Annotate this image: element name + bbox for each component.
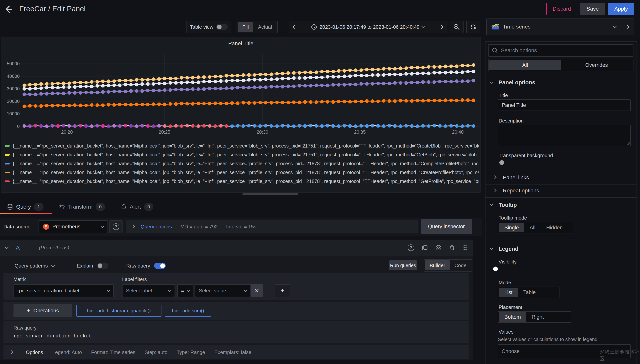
add-operation-button[interactable]: +Operations xyxy=(14,304,72,317)
tab-alert-label: Alert xyxy=(130,204,141,210)
raw-query-text: rpc_server_duration_bucket xyxy=(14,333,92,339)
svg-text:30000: 30000 xyxy=(7,86,20,91)
explain-switch[interactable] xyxy=(97,263,108,269)
actual-option[interactable]: Actual xyxy=(253,22,276,32)
datasource-name: Prometheus xyxy=(52,224,98,230)
query-row-header[interactable]: A (Prometheus) ? xyxy=(0,240,473,256)
code-option[interactable]: Code xyxy=(450,260,471,270)
fill-option[interactable]: Fill xyxy=(238,22,253,32)
expand-picker-button[interactable] xyxy=(621,19,634,35)
query-inspector-button[interactable]: Query inspector xyxy=(421,219,472,234)
tooltip-hidden[interactable]: Hidden xyxy=(541,223,568,232)
svg-text:10000: 10000 xyxy=(7,111,20,116)
raw-query-switch[interactable] xyxy=(154,263,166,269)
svg-text:20:30: 20:30 xyxy=(256,130,268,134)
copy-icon[interactable] xyxy=(422,245,428,250)
chevron-down-icon xyxy=(244,288,248,292)
refresh-button[interactable] xyxy=(466,21,480,33)
prometheus-icon xyxy=(43,224,49,230)
datasource-select[interactable]: Prometheus xyxy=(38,220,108,233)
query-ref-id: A xyxy=(16,244,20,251)
table-view-switch[interactable] xyxy=(216,24,228,30)
back-arrow-icon[interactable] xyxy=(3,4,13,14)
placement-right[interactable]: Right xyxy=(526,312,549,322)
help-icon[interactable]: ? xyxy=(408,244,414,251)
chevron-down-icon xyxy=(5,245,9,249)
chevron-down-icon xyxy=(106,288,110,292)
tooltip-all[interactable]: All xyxy=(524,223,541,232)
description-label: Description xyxy=(498,118,524,124)
description-textarea[interactable] xyxy=(498,125,631,146)
hint-sum-button[interactable]: hint: add sum() xyxy=(165,305,211,316)
placement-bottom[interactable]: Bottom xyxy=(499,312,526,322)
datasource-help-button[interactable]: ? xyxy=(110,220,122,233)
title-label: Title xyxy=(498,92,508,98)
options-format: Format: Time series xyxy=(91,349,136,355)
save-button[interactable]: Save xyxy=(580,3,605,15)
add-filter-button[interactable]: + xyxy=(275,284,290,297)
query-options-bar[interactable]: Query options MD = auto = 792 Interval =… xyxy=(126,220,418,233)
tab-query[interactable]: Query 1 xyxy=(0,200,52,214)
tab-transform-count: 0 xyxy=(96,203,105,211)
mode-list[interactable]: List xyxy=(499,288,518,297)
options-exemplars: Exemplars: false xyxy=(214,349,252,355)
fill-actual-group: Fill Actual xyxy=(236,21,278,33)
hint-histogram-quantile-button[interactable]: hint: add histogram_quantile() xyxy=(76,305,162,316)
panel-title-input[interactable]: Panel Title xyxy=(498,100,631,111)
visibility-label: Visibility xyxy=(498,259,516,265)
legend-item[interactable]: {__name__="rpc_server_duration_bucket", … xyxy=(4,177,478,186)
legend-placement-group: Bottom Right xyxy=(498,311,571,323)
svg-text:20:25: 20:25 xyxy=(159,130,170,134)
tooltip-heading[interactable]: Tooltip xyxy=(498,202,517,208)
query-options-summary[interactable]: Options Legend: Auto Format: Time series… xyxy=(4,345,469,360)
legend-heading[interactable]: Legend xyxy=(498,246,518,252)
remove-filter-button[interactable]: ✕ xyxy=(251,284,263,297)
trash-icon[interactable] xyxy=(449,245,455,250)
select-label-dropdown[interactable]: Select label xyxy=(122,284,175,297)
discard-button[interactable]: Discard xyxy=(546,3,577,15)
legend-item[interactable]: {__name__="rpc_server_duration_bucket", … xyxy=(4,141,478,150)
tab-overrides[interactable]: Overrides xyxy=(561,60,632,70)
time-range-picker[interactable]: 2023-01-06 20:17:49 to 2023-01-06 20:40:… xyxy=(289,21,447,33)
time-forward-icon[interactable] xyxy=(436,21,446,33)
apply-button[interactable]: Apply xyxy=(608,3,634,15)
builder-code-group: Builder Code xyxy=(424,259,472,272)
visualization-picker[interactable]: Time series xyxy=(486,18,634,35)
zoom-out-button[interactable] xyxy=(450,21,464,33)
eye-icon[interactable] xyxy=(436,244,442,251)
select-value-dropdown[interactable]: Select value xyxy=(195,284,251,297)
legend-swatch xyxy=(4,163,10,164)
time-series-chart[interactable]: 0100002000030000400005000020:2020:2520:3… xyxy=(1,46,481,138)
panel-links-row[interactable]: Panel links xyxy=(503,174,529,181)
svg-text:50000: 50000 xyxy=(7,61,20,66)
mode-table[interactable]: Table xyxy=(518,288,541,297)
search-options-input[interactable]: Search options xyxy=(488,44,634,56)
chevron-down-icon xyxy=(51,263,55,267)
metric-select[interactable]: rpc_server_duration_bucket xyxy=(14,284,114,297)
query-toolbar: Query patterns Explain Raw query xyxy=(15,260,166,271)
chevron-down-icon xyxy=(422,24,426,28)
resize-handle[interactable] xyxy=(242,193,298,195)
table-view-toggle-group[interactable]: Table view xyxy=(186,21,231,33)
zoom-out-icon xyxy=(453,24,460,30)
query-patterns-label[interactable]: Query patterns xyxy=(15,263,48,269)
tab-all[interactable]: All xyxy=(489,60,561,70)
legend-item[interactable]: {__name__="rpc_server_duration_bucket", … xyxy=(4,159,478,168)
run-queries-button[interactable]: Run queries xyxy=(389,260,417,270)
repeat-options-row[interactable]: Repeat options xyxy=(503,188,539,194)
drag-handle-icon[interactable] xyxy=(463,244,468,251)
tab-alert[interactable]: Alert 0 xyxy=(114,200,162,214)
svg-text:20000: 20000 xyxy=(7,98,20,104)
legend-item[interactable]: {__name__="rpc_server_duration_bucket", … xyxy=(4,150,478,159)
panel-options-heading[interactable]: Panel options xyxy=(498,79,535,86)
legend-item[interactable]: {__name__="rpc_server_duration_bucket", … xyxy=(4,168,478,177)
builder-option[interactable]: Builder xyxy=(425,260,450,270)
operator-dropdown[interactable]: = xyxy=(177,284,194,297)
time-series-viz-icon xyxy=(491,24,499,30)
tab-transform[interactable]: Transform 0 xyxy=(52,200,114,214)
resize-corner-icon xyxy=(626,142,630,145)
time-back-icon[interactable] xyxy=(289,21,300,33)
values-description: Select values or calculations to show in… xyxy=(498,337,598,342)
tooltip-single[interactable]: Single xyxy=(499,223,524,232)
query-options-md: MD = auto = 792 xyxy=(180,224,218,230)
